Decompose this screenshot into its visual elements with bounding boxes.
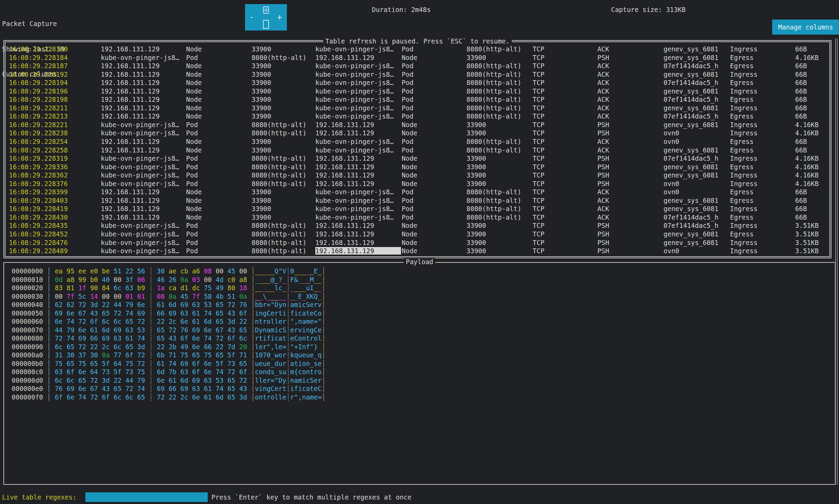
cell-source: kube-ovn-pinger-js8…: [101, 239, 179, 246]
cell-destination-type: Node: [402, 247, 417, 255]
cell-source: kube-ovn-pinger-js8…: [101, 54, 179, 61]
hex-row: 00000020 │ 83 81 1f 90 84 6c 63 b9 ┊ 1a …: [12, 284, 326, 292]
cell-source-type: Node: [186, 197, 202, 204]
cell-direction: Egress: [730, 188, 754, 196]
manage-columns-button[interactable]: Manage columns: [772, 20, 839, 35]
regex-input[interactable]: [85, 492, 208, 502]
cell-destination-port: 8080(http-alt): [466, 112, 521, 120]
cell-destination-port: 8080(http-alt): [466, 62, 521, 70]
table-row[interactable]: 16:08:29.228238kube-ovn-pinger-js8…Pod80…: [8, 129, 827, 138]
table-row[interactable]: 16:08:29.228184kube-ovn-pinger-js8…Pod80…: [8, 54, 827, 62]
cell-source: kube-ovn-pinger-js8…: [101, 230, 179, 238]
table-row[interactable]: 16:08:29.228180192.168.131.129Node33900k…: [8, 45, 827, 54]
cell-destination: kube-ovn-pinger-js8…: [315, 62, 394, 70]
cell-protocol: TCP: [533, 104, 544, 112]
table-row[interactable]: 16:08:29.228435kube-ovn-pinger-js8…Pod80…: [8, 222, 827, 230]
table-row[interactable]: 16:08:29.228476kube-ovn-pinger-js8…Pod80…: [8, 239, 827, 247]
cell-protocol: TCP: [533, 213, 544, 221]
cell-destination-port: 8080(http-alt): [466, 104, 521, 112]
table-row[interactable]: 16:08:29.228336kube-ovn-pinger-js8…Pod80…: [8, 163, 827, 172]
cell-destination: kube-ovn-pinger-js8…: [315, 197, 394, 204]
cell-protocol: TCP: [533, 239, 544, 246]
cell-direction: Egress: [730, 163, 754, 171]
cell-time: 16:08:29.228192: [9, 71, 68, 78]
cell-size: 4.16KB: [795, 54, 819, 61]
table-row[interactable]: 16:08:29.228187192.168.131.129Node33900k…: [8, 62, 827, 71]
table-row[interactable]: 16:08:29.228362kube-ovn-pinger-js8…Pod80…: [8, 171, 827, 180]
cell-destination-type: Node: [402, 129, 417, 137]
cell-time: 16:08:29.228362: [9, 171, 68, 179]
packet-table[interactable]: Table refresh is paused. Press `ESC` to …: [3, 40, 831, 258]
cell-time: 16:08:29.228187: [9, 62, 68, 70]
cell-direction: Egress: [730, 138, 754, 145]
cell-size: 3.51KB: [795, 247, 819, 255]
cell-protocol: TCP: [533, 230, 544, 238]
cell-destination-port: 33900: [466, 171, 486, 179]
scrollbar-thumb[interactable]: [837, 38, 838, 485]
cell-destination-port: 33900: [466, 155, 486, 162]
selected-cell-destination[interactable]: 192.168.131.129: [315, 247, 401, 255]
table-row[interactable]: 16:08:29.228194192.168.131.129Node33900k…: [8, 79, 827, 87]
cell-source: kube-ovn-pinger-js8…: [101, 247, 179, 255]
cell-destination-type: Node: [402, 171, 417, 179]
cell-source-port: 8080(http-alt): [252, 121, 306, 128]
table-row[interactable]: 16:08:29.228452kube-ovn-pinger-js8…Pod80…: [8, 230, 827, 239]
table-row[interactable]: 16:08:29.228419192.168.131.129Node33900k…: [8, 205, 827, 213]
hex-row: 000000b0 │ 75 65 75 65 5f 64 75 72 ┊ 61 …: [12, 359, 326, 368]
cell-source-type: Pod: [186, 163, 198, 171]
cell-destination-type: Node: [402, 230, 417, 238]
cell-flags: PSH: [597, 230, 609, 238]
cell-destination-type: Pod: [402, 79, 413, 86]
stop-icon[interactable]: [263, 20, 269, 29]
table-row[interactable]: 16:08:29.228198192.168.131.129Node33900k…: [8, 96, 827, 104]
cell-flags: ACK: [597, 96, 609, 103]
cell-interface: 07ef1414dac5_h: [664, 222, 718, 229]
cell-interface: genev_sys_6081: [664, 54, 718, 61]
cell-size: 66B: [795, 213, 807, 221]
table-row[interactable]: 16:08:29.228196192.168.131.129Node33900k…: [8, 87, 827, 96]
cell-flags: ACK: [597, 87, 609, 95]
cell-interface: genev_sys_6081: [664, 205, 718, 212]
cell-flags: PSH: [597, 121, 609, 128]
cell-time: 16:08:29.228319: [9, 155, 68, 162]
cell-direction: Egress: [730, 213, 754, 221]
cell-source-port: 33900: [252, 62, 271, 70]
scrollbar-track[interactable]: [835, 38, 836, 485]
table-row[interactable]: 16:08:29.228489kube-ovn-pinger-js8…Pod80…: [8, 247, 827, 256]
hex-row: 000000d0 │ 6c 6c 65 72 3d 22 44 79 ┊ 6e …: [12, 376, 326, 385]
cell-destination-type: Node: [402, 121, 417, 128]
cell-destination: kube-ovn-pinger-js8…: [315, 112, 394, 120]
table-row[interactable]: 16:08:29.228192192.168.131.129Node33900k…: [8, 71, 827, 79]
table-row[interactable]: 16:08:29.228403192.168.131.129Node33900k…: [8, 197, 827, 205]
cell-destination-port: 33900: [466, 129, 486, 137]
plus-button[interactable]: +: [277, 12, 282, 22]
cell-flags: PSH: [597, 239, 609, 246]
table-row[interactable]: 16:08:29.228213192.168.131.129Node33900k…: [8, 112, 827, 121]
capture-controls[interactable]: - +: [245, 4, 287, 30]
vertical-scrollbar[interactable]: [835, 38, 838, 485]
cell-time: 16:08:29.228194: [9, 79, 68, 86]
cell-size: 4.16KB: [795, 121, 819, 128]
minus-button[interactable]: -: [249, 12, 254, 22]
cell-destination-port: 33900: [466, 163, 486, 171]
cell-destination-type: Node: [402, 239, 417, 246]
cell-time: 16:08:29.228211: [9, 104, 68, 112]
cell-source: kube-ovn-pinger-js8…: [101, 121, 179, 128]
cell-direction: Ingress: [730, 155, 757, 162]
table-row[interactable]: 16:08:29.228254192.168.131.129Node33900k…: [8, 138, 827, 146]
table-row[interactable]: 16:08:29.228221kube-ovn-pinger-js8…Pod80…: [8, 121, 827, 130]
cell-time: 16:08:29.228238: [9, 129, 68, 137]
cell-source: 192.168.131.129: [101, 62, 160, 70]
table-row[interactable]: 16:08:29.228319kube-ovn-pinger-js8…Pod80…: [8, 155, 827, 163]
pause-icon[interactable]: [263, 7, 269, 14]
cell-interface: 07ef1414dac5_h: [664, 79, 718, 86]
table-row[interactable]: 16:08:29.228376kube-ovn-pinger-js8…Pod80…: [8, 180, 827, 188]
table-row[interactable]: 16:08:29.228399192.168.131.129Node33900k…: [8, 188, 827, 197]
cell-flags: ACK: [597, 79, 609, 86]
table-row[interactable]: 16:08:29.228430192.168.131.129Node33900k…: [8, 213, 827, 222]
cell-direction: Egress: [730, 62, 754, 70]
cell-destination: 192.168.131.129: [315, 121, 374, 128]
cell-destination-type: Pod: [402, 197, 413, 204]
table-row[interactable]: 16:08:29.228211192.168.131.129Node33900k…: [8, 104, 827, 113]
table-row[interactable]: 16:08:29.228258192.168.131.129Node33900k…: [8, 146, 827, 155]
